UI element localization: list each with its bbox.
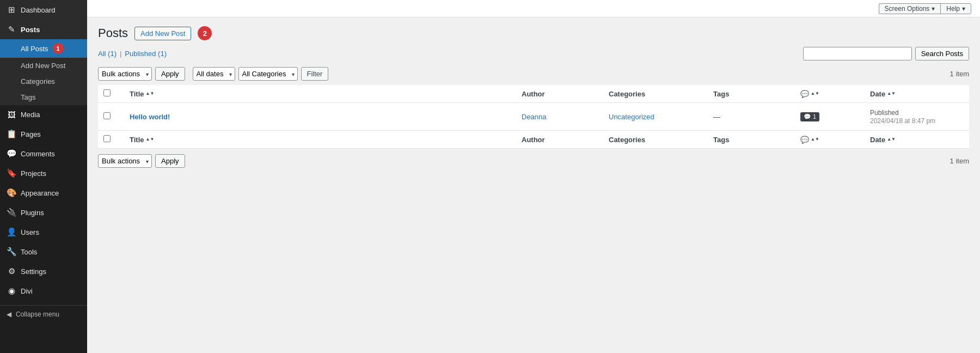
filter-separator: | — [120, 50, 121, 58]
category-filter-wrapper: All Categories — [238, 67, 298, 81]
select-all-checkbox-bottom[interactable] — [103, 135, 111, 142]
projects-icon: 🔖 — [7, 168, 16, 178]
sidebar-item-media[interactable]: 🖼 Media — [0, 105, 87, 124]
sidebar-item-label: Appearance — [21, 189, 59, 197]
date-filter-select[interactable]: All dates — [193, 67, 235, 81]
categories-label: Categories — [21, 77, 55, 86]
bottom-actions-row: Bulk actions Apply 1 item — [98, 154, 969, 168]
table-footer-row: Title ▲▼ Author Categories Tags 💬 ▲▼ — [98, 131, 969, 149]
filter-button[interactable]: Filter — [301, 67, 329, 81]
category-link[interactable]: Uncategorized — [609, 113, 654, 121]
sidebar-submenu-posts: All Posts 1 Add New Post Categories Tags — [0, 39, 87, 105]
row-select-checkbox[interactable] — [103, 112, 111, 119]
sidebar-item-label: Settings — [21, 267, 46, 276]
pages-icon: 📋 — [7, 129, 16, 139]
sort-arrows-comments: ▲▼ — [811, 92, 819, 96]
screen-options-button[interactable]: Screen Options ▾ — [879, 3, 941, 14]
sidebar-item-all-posts[interactable]: All Posts 1 — [0, 39, 87, 58]
th-author: Author — [516, 85, 603, 103]
tfoot-tags: Tags — [708, 131, 795, 149]
posts-icon: ✎ — [7, 25, 16, 34]
bulk-actions-wrapper: Bulk actions — [98, 67, 152, 81]
sidebar-item-label: Divi — [21, 287, 33, 295]
posts-table: Title ▲▼ Author Categories Tags 💬 ▲▼ — [98, 85, 969, 149]
tfoot-checkbox — [98, 131, 124, 149]
sidebar-item-comments[interactable]: 💬 Comments — [0, 144, 87, 163]
tools-icon: 🔧 — [7, 247, 16, 257]
bottom-bulk-wrapper: Bulk actions — [98, 154, 152, 168]
topbar: Screen Options ▾ Help ▾ — [87, 0, 980, 17]
sidebar-item-add-new-post[interactable]: Add New Post — [0, 58, 87, 74]
select-all-checkbox[interactable] — [103, 89, 111, 96]
page-header: Posts Add New Post 2 — [98, 26, 969, 40]
sidebar-item-users[interactable]: 👤 Users — [0, 222, 87, 242]
tfoot-categories: Categories — [603, 131, 708, 149]
appearance-icon: 🎨 — [7, 188, 16, 198]
page-title: Posts — [98, 26, 128, 40]
sidebar-item-appearance[interactable]: 🎨 Appearance — [0, 183, 87, 203]
settings-icon: ⚙ — [7, 266, 16, 276]
sidebar-item-divi[interactable]: ◉ Divi — [0, 281, 87, 301]
dashboard-icon: ⊞ — [7, 5, 16, 15]
row-title: Hello world! — [124, 103, 516, 131]
bottom-apply-button[interactable]: Apply — [155, 154, 185, 168]
collapse-menu[interactable]: ◀ Collapse menu — [0, 305, 87, 323]
search-box: Search Posts — [803, 47, 969, 60]
sidebar-item-projects[interactable]: 🔖 Projects — [0, 163, 87, 183]
sidebar-item-label: Posts — [21, 26, 40, 34]
tfoot-author: Author — [516, 131, 603, 149]
date-value: 2024/04/18 at 8:47 pm — [870, 117, 935, 125]
row-checkbox — [98, 103, 124, 131]
item-count-bottom: 1 item — [950, 157, 969, 165]
filter-published[interactable]: Published (1) — [125, 50, 167, 58]
chevron-down-icon: ▾ — [932, 5, 935, 13]
sidebar-item-settings[interactable]: ⚙ Settings — [0, 261, 87, 281]
top-apply-button[interactable]: Apply — [155, 67, 185, 81]
sidebar-item-tags[interactable]: Tags — [0, 89, 87, 105]
th-date[interactable]: Date ▲▼ — [865, 85, 969, 103]
sidebar-item-plugins[interactable]: 🔌 Plugins — [0, 203, 87, 222]
sidebar-item-label: Tools — [21, 248, 37, 256]
sidebar-item-label: Users — [21, 228, 39, 236]
comment-col-icon-foot: 💬 — [800, 136, 809, 144]
sidebar-item-label: Plugins — [21, 209, 44, 217]
sidebar: ⊞ Dashboard ✎ Posts All Posts 1 Add New … — [0, 0, 87, 353]
row-comments: 💬 1 — [795, 103, 865, 131]
tfoot-comments: 💬 ▲▼ — [795, 131, 865, 149]
comment-col-icon: 💬 — [800, 90, 809, 98]
sidebar-item-label: Dashboard — [21, 6, 56, 14]
sidebar-item-pages[interactable]: 📋 Pages — [0, 124, 87, 144]
main-content: Screen Options ▾ Help ▾ Posts Add New Po… — [87, 0, 980, 353]
add-new-post-button[interactable]: Add New Post — [134, 27, 191, 40]
bulk-actions-select[interactable]: Bulk actions — [98, 67, 152, 81]
date-sort[interactable]: Date ▲▼ — [870, 90, 964, 98]
plugins-icon: 🔌 — [7, 208, 16, 217]
filter-all[interactable]: All (1) — [98, 50, 117, 58]
comments-icon: 💬 — [7, 149, 16, 159]
post-title-link[interactable]: Hello world! — [130, 113, 170, 121]
search-posts-button[interactable]: Search Posts — [915, 47, 969, 60]
search-input[interactable] — [803, 47, 912, 60]
title-sort[interactable]: Title ▲▼ — [130, 90, 511, 98]
comment-badge[interactable]: 💬 1 — [800, 112, 819, 121]
tfoot-title[interactable]: Title ▲▼ — [124, 131, 516, 149]
all-posts-label: All Posts — [21, 45, 48, 53]
sidebar-item-posts[interactable]: ✎ Posts — [0, 20, 87, 39]
th-title[interactable]: Title ▲▼ — [124, 85, 516, 103]
sidebar-item-dashboard[interactable]: ⊞ Dashboard — [0, 0, 87, 20]
bottom-bulk-select[interactable]: Bulk actions — [98, 154, 152, 168]
th-categories: Categories — [603, 85, 708, 103]
category-filter-select[interactable]: All Categories — [238, 67, 298, 81]
date-status: Published — [870, 109, 899, 117]
sidebar-item-tools[interactable]: 🔧 Tools — [0, 242, 87, 261]
top-actions-row: Bulk actions Apply All dates All Categor… — [98, 67, 969, 81]
tfoot-date[interactable]: Date ▲▼ — [865, 131, 969, 149]
table-header-row: Title ▲▼ Author Categories Tags 💬 ▲▼ — [98, 85, 969, 103]
help-button[interactable]: Help ▾ — [940, 3, 971, 14]
row-author: Deanna — [516, 103, 603, 131]
filter-links: All (1) | Published (1) — [98, 50, 167, 58]
item-count-top: 1 item — [950, 70, 969, 78]
sidebar-item-categories[interactable]: Categories — [0, 74, 87, 89]
author-link[interactable]: Deanna — [522, 113, 547, 121]
sort-arrows-title-foot: ▲▼ — [146, 137, 155, 142]
